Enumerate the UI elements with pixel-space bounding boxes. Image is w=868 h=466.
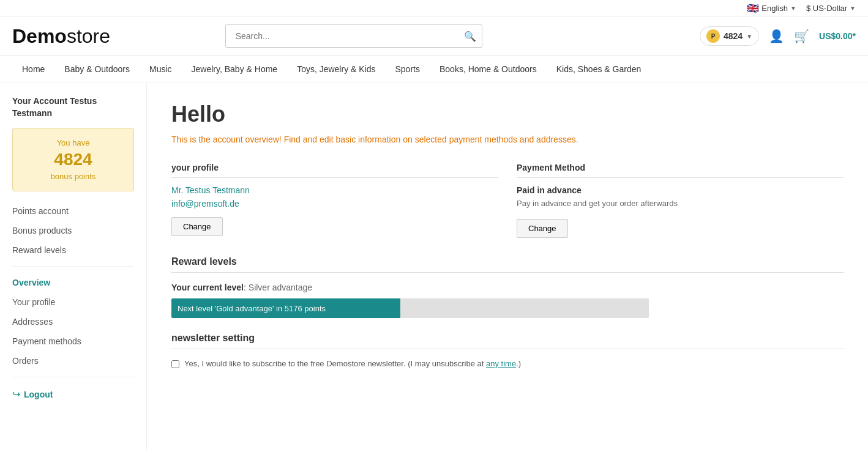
page-title: Hello <box>171 102 844 127</box>
sidebar-divider-2 <box>12 377 134 377</box>
sidebar-nav-payment-methods[interactable]: Payment methods <box>12 331 134 351</box>
payment-heading: Payment Method <box>517 163 844 178</box>
main-layout: Your Account Testus Testmann You have 48… <box>0 83 868 450</box>
cart-total[interactable]: US$0.00* <box>819 31 856 41</box>
page-subtitle: This is the account overview! Find and e… <box>171 135 844 144</box>
newsletter-title: newsletter setting <box>171 333 844 349</box>
nav-item-sports[interactable]: Sports <box>386 56 430 83</box>
sidebar-nav-overview[interactable]: Overview <box>12 273 134 292</box>
sidebar-divider <box>12 266 134 267</box>
sidebar-reward-levels-link[interactable]: Reward levels <box>12 240 134 260</box>
logout-icon: ↪ <box>12 388 20 400</box>
top-bar: 🇬🇧 English ▼ $ US-Dollar ▼ <box>0 0 868 17</box>
language-selector[interactable]: 🇬🇧 English ▼ <box>747 2 796 14</box>
progress-bar-container: Next level 'Gold advantage' in 5176 poin… <box>171 298 649 318</box>
sidebar: Your Account Testus Testmann You have 48… <box>0 83 147 450</box>
sidebar-nav-addresses[interactable]: Addresses <box>12 312 134 331</box>
currency-dropdown-arrow: ▼ <box>850 5 856 12</box>
points-icon: P <box>706 29 720 43</box>
nav-item-music[interactable]: Music <box>140 56 182 83</box>
currency-selector[interactable]: $ US-Dollar ▼ <box>806 4 856 13</box>
sidebar-points-account-link[interactable]: Points account <box>12 201 134 221</box>
nav-item-home[interactable]: Home <box>12 56 54 83</box>
search-bar: 🔍 <box>225 24 482 48</box>
search-button[interactable]: 🔍 <box>464 31 476 42</box>
nav-item-baby-outdoors[interactable]: Baby & Outdoors <box>54 56 140 83</box>
payment-method-title: Paid in advance <box>517 185 844 195</box>
profile-name: Mr. Testus Testmann <box>171 185 498 195</box>
currency-label: $ US-Dollar <box>806 4 847 13</box>
language-dropdown-arrow: ▼ <box>790 5 796 12</box>
logo-light: store <box>67 25 110 47</box>
nav-item-jewelry[interactable]: Jewelry, Baby & Home <box>182 56 288 83</box>
newsletter-section: newsletter setting Yes, I would like to … <box>171 333 844 368</box>
nav-item-toys[interactable]: Toys, Jewelry & Kids <box>287 56 385 83</box>
header-actions: P 4824 ▼ 👤 🛒 US$0.00* <box>700 26 856 46</box>
flag-icon: 🇬🇧 <box>747 2 759 14</box>
sidebar-nav-profile[interactable]: Your profile <box>12 292 134 312</box>
search-input[interactable] <box>225 24 482 48</box>
points-badge[interactable]: P 4824 ▼ <box>700 26 759 46</box>
main-nav: Home Baby & Outdoors Music Jewelry, Baby… <box>0 56 868 83</box>
profile-section: your profile Mr. Testus Testmann info@pr… <box>171 163 498 238</box>
logo-bold: Demo <box>12 25 67 47</box>
current-level-label: Your current level: Silver advantage <box>171 283 844 292</box>
language-label: English <box>761 4 788 13</box>
points-box-sub: bonus points <box>19 172 127 181</box>
newsletter-label: Yes, I would like to subscribe to the fr… <box>184 359 521 368</box>
profile-heading: your profile <box>171 163 498 178</box>
nav-item-kids[interactable]: Kids, Shoes & Garden <box>547 56 651 83</box>
nav-item-books[interactable]: Books, Home & Outdoors <box>430 56 547 83</box>
progress-bar-text: Next level 'Gold advantage' in 5176 poin… <box>178 304 326 313</box>
logo[interactable]: Demostore <box>12 25 110 48</box>
user-icon[interactable]: 👤 <box>769 29 784 43</box>
progress-bar-fill: Next level 'Gold advantage' in 5176 poin… <box>171 298 400 318</box>
profile-email: info@premsoft.de <box>171 199 498 209</box>
logout-item[interactable]: ↪ Logout <box>12 383 134 405</box>
points-box: You have 4824 bonus points <box>12 128 134 191</box>
content: Hello This is the account overview! Find… <box>147 83 868 450</box>
sidebar-nav-orders[interactable]: Orders <box>12 351 134 371</box>
points-value: 4824 <box>724 31 743 41</box>
header: Demostore 🔍 P 4824 ▼ 👤 🛒 US$0.00* <box>0 17 868 56</box>
profile-change-button[interactable]: Change <box>171 217 223 236</box>
points-box-value: 4824 <box>19 150 127 169</box>
logout-label: Logout <box>24 390 53 399</box>
points-dropdown-arrow: ▼ <box>746 33 752 40</box>
sidebar-bonus-products-link[interactable]: Bonus products <box>12 221 134 240</box>
newsletter-unsubscribe-link[interactable]: any time <box>486 359 516 368</box>
points-box-label: You have <box>19 138 127 147</box>
reward-section-title: Reward levels <box>171 256 844 273</box>
newsletter-checkbox[interactable] <box>171 360 179 368</box>
reward-section: Reward levels Your current level: Silver… <box>171 256 844 318</box>
payment-section: Payment Method Paid in advance Pay in ad… <box>517 163 844 238</box>
newsletter-row: Yes, I would like to subscribe to the fr… <box>171 359 844 368</box>
current-level-value: Silver advantage <box>249 283 312 292</box>
account-title: Your Account Testus Testmann <box>12 95 134 119</box>
info-grid: your profile Mr. Testus Testmann info@pr… <box>171 163 844 238</box>
payment-change-button[interactable]: Change <box>517 219 568 238</box>
cart-icon[interactable]: 🛒 <box>794 29 809 43</box>
payment-method-desc: Pay in advance and get your order afterw… <box>517 199 844 208</box>
